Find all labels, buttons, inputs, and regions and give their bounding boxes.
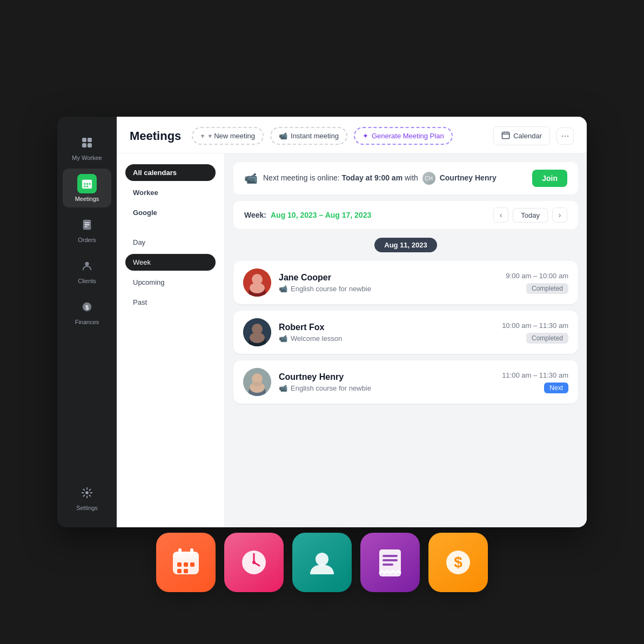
svg-rect-9 xyxy=(84,186,86,187)
date-badge: Aug 11, 2023 xyxy=(374,238,437,252)
sidebar-label-my-workee: My Workee xyxy=(72,155,102,161)
svg-point-18 xyxy=(85,491,89,494)
svg-rect-50 xyxy=(383,555,398,557)
svg-rect-8 xyxy=(89,183,91,185)
plus-icon: + xyxy=(200,132,205,140)
svg-rect-14 xyxy=(84,226,88,227)
sidebar-item-meetings[interactable]: Meetings xyxy=(63,169,111,207)
view-past[interactable]: Past xyxy=(125,294,216,311)
sidebar-item-my-workee[interactable]: My Workee xyxy=(63,128,111,166)
svg-text:$: $ xyxy=(85,304,89,311)
svg-rect-20 xyxy=(504,131,505,133)
more-options-button[interactable]: ··· xyxy=(556,128,574,145)
ellipsis-icon: ··· xyxy=(561,130,569,142)
join-button[interactable]: Join xyxy=(532,170,567,187)
svg-rect-2 xyxy=(82,143,86,147)
sidebar: My Workee Meetings xyxy=(57,117,117,527)
course-label-jane: English course for newbie xyxy=(291,285,371,293)
finances-icon: $ xyxy=(77,297,97,317)
video-emoji: 📹 xyxy=(244,172,258,185)
view-day[interactable]: Day xyxy=(125,234,216,251)
calendar-filter-all[interactable]: All calendars xyxy=(125,164,216,181)
my-workee-icon xyxy=(77,133,97,152)
meeting-course-courtney: 📹 English course for newbie xyxy=(279,384,494,392)
main-content: Meetings + + New meeting 📹 Instant meeti… xyxy=(117,117,587,527)
instant-meeting-button[interactable]: 📹 Instant meeting xyxy=(270,127,347,145)
new-meeting-label: + New meeting xyxy=(208,132,255,140)
sidebar-label-finances: Finances xyxy=(75,319,99,325)
svg-rect-51 xyxy=(383,559,398,561)
week-range: Aug 10, 2023 – Aug 17, 2023 xyxy=(271,211,371,219)
meeting-course-robert: 📹 Welcome lesson xyxy=(279,334,494,343)
meeting-name-jane: Jane Cooper xyxy=(279,273,498,283)
today-label: Today xyxy=(521,211,540,219)
app-icon-dollar[interactable]: $ xyxy=(428,533,488,592)
status-badge-robert: Completed xyxy=(526,333,568,344)
generate-plan-button[interactable]: ✦ Generate Meeting Plan xyxy=(354,127,453,145)
svg-rect-21 xyxy=(507,131,507,133)
app-icon-clock[interactable] xyxy=(224,533,284,592)
svg-rect-0 xyxy=(82,138,86,142)
new-meeting-button[interactable]: + + New meeting xyxy=(192,127,264,145)
page-title: Meetings xyxy=(130,129,181,143)
sidebar-label-clients: Clients xyxy=(78,278,96,284)
bottom-app-icons: $ xyxy=(156,533,488,592)
svg-rect-5 xyxy=(82,180,92,183)
left-panel: All calendars Workee Google Day Week Upc… xyxy=(117,153,225,527)
svg-rect-42 xyxy=(177,569,182,573)
banner-time: Today at 9:00 am xyxy=(342,173,403,182)
svg-rect-13 xyxy=(84,224,89,225)
course-label-robert: Welcome lesson xyxy=(291,334,342,343)
body: All calendars Workee Google Day Week Upc… xyxy=(117,153,587,527)
svg-rect-40 xyxy=(184,562,188,567)
join-label: Join xyxy=(542,174,558,183)
svg-point-25 xyxy=(250,283,265,293)
settings-icon xyxy=(77,483,97,502)
page-header: Meetings + + New meeting 📹 Instant meeti… xyxy=(117,117,587,153)
calendar-button[interactable]: Calendar xyxy=(493,126,550,145)
status-badge-jane: Completed xyxy=(526,283,568,294)
sidebar-item-settings[interactable]: Settings xyxy=(63,478,111,516)
meeting-name-robert: Robert Fox xyxy=(279,323,494,332)
app-icon-receipt[interactable] xyxy=(360,533,420,592)
next-meeting-text: Next meeting is online: Today at 9:00 am… xyxy=(263,172,527,185)
week-navigator: Week: Aug 10, 2023 – Aug 17, 2023 ‹ Toda… xyxy=(233,201,578,229)
svg-rect-52 xyxy=(383,564,393,566)
app-icon-calendar[interactable] xyxy=(156,533,216,592)
orders-icon xyxy=(77,215,97,234)
meeting-time-robert: 10:00 am – 11:30 am xyxy=(502,321,568,330)
week-label: Week xyxy=(133,258,151,266)
banner-person: Courtney Henry xyxy=(440,173,497,182)
svg-rect-3 xyxy=(88,143,92,147)
view-week[interactable]: Week xyxy=(125,254,216,271)
next-week-button[interactable]: › xyxy=(552,207,567,223)
svg-point-15 xyxy=(85,262,89,266)
prev-week-button[interactable]: ‹ xyxy=(493,207,508,223)
app-icon-person[interactable] xyxy=(292,533,352,592)
sidebar-item-orders[interactable]: Orders xyxy=(63,210,111,249)
svg-text:$: $ xyxy=(454,554,462,571)
meeting-card-courtney: Courtney Henry 📹 English course for newb… xyxy=(233,360,578,404)
all-calendars-label: All calendars xyxy=(133,169,177,177)
sidebar-label-orders: Orders xyxy=(78,237,96,243)
meetings-icon xyxy=(77,174,97,193)
svg-rect-19 xyxy=(502,132,509,139)
sidebar-item-clients[interactable]: Clients xyxy=(63,251,111,290)
today-button[interactable]: Today xyxy=(513,208,548,223)
calendar-filter-google[interactable]: Google xyxy=(125,204,216,221)
svg-rect-43 xyxy=(184,569,188,573)
courtney-avatar-small: CH xyxy=(422,172,435,185)
sidebar-item-finances[interactable]: $ Finances xyxy=(63,292,111,331)
meeting-right-robert: 10:00 am – 11:30 am Completed xyxy=(502,321,568,344)
svg-rect-37 xyxy=(178,548,182,555)
calendar-icon-small xyxy=(501,131,510,141)
view-upcoming[interactable]: Upcoming xyxy=(125,274,216,291)
video-icon-jane: 📹 xyxy=(279,285,287,293)
day-label: Day xyxy=(133,238,145,246)
meeting-info-courtney: Courtney Henry 📹 English course for newb… xyxy=(279,372,494,392)
calendar-filter-workee[interactable]: Workee xyxy=(125,184,216,201)
svg-rect-12 xyxy=(84,222,89,223)
past-label: Past xyxy=(133,298,147,306)
banner-with: with xyxy=(405,173,418,182)
svg-point-34 xyxy=(253,382,261,386)
